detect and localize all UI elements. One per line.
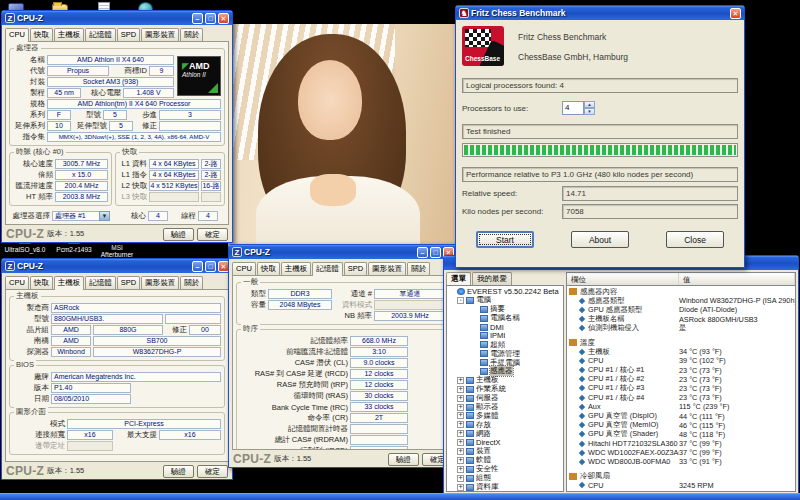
tab-menu[interactable]: 選單 xyxy=(446,272,471,285)
expand-box-icon[interactable]: + xyxy=(457,412,464,419)
sensor-row[interactable]: 主機板 34 °C (93 °F) xyxy=(567,347,795,356)
maximize-button[interactable]: □ xyxy=(205,13,216,24)
tab[interactable]: 關於 xyxy=(180,276,203,289)
minimize-button[interactable]: – xyxy=(192,13,203,24)
tree-item[interactable]: + 存放 xyxy=(448,420,563,429)
cpuz-app-icon: Z xyxy=(5,261,15,271)
tree-item[interactable]: + 多媒體 xyxy=(448,411,563,420)
tab[interactable]: CPU xyxy=(5,28,29,42)
sensor-row[interactable]: 冷卻風扇 xyxy=(567,472,795,481)
tab[interactable]: 快取 xyxy=(257,262,280,275)
validate-button[interactable]: 驗證 xyxy=(163,228,194,241)
close-icon[interactable]: ✕ xyxy=(218,13,229,24)
expand-box-icon[interactable]: - xyxy=(457,297,464,304)
maximize-button[interactable]: □ xyxy=(205,261,216,272)
tree-item[interactable]: 電腦名稱 xyxy=(448,314,563,323)
expand-box-icon[interactable]: + xyxy=(457,457,464,464)
tab[interactable]: 關於 xyxy=(407,262,430,275)
tree-item[interactable]: 感應器 xyxy=(448,367,563,376)
tree-item[interactable]: - 電腦 xyxy=(448,296,563,305)
expand-box-icon[interactable]: + xyxy=(457,386,464,393)
window-footer: CPU-Z 版本：1.55 驗證 確定 xyxy=(2,225,232,243)
validate-button[interactable]: 驗證 xyxy=(163,465,194,478)
tree-item-icon xyxy=(480,306,488,313)
tab[interactable]: SPD xyxy=(344,262,367,275)
tab[interactable]: 主機板 xyxy=(54,28,85,41)
expand-box-icon[interactable]: + xyxy=(457,475,464,482)
tab[interactable]: SPD xyxy=(117,276,140,289)
tree-item[interactable]: EVEREST v5.50.2242 Beta xyxy=(448,287,563,296)
validate-button[interactable]: 驗證 xyxy=(388,453,419,466)
expand-box-icon[interactable]: + xyxy=(457,421,464,428)
close-icon[interactable]: ✕ xyxy=(730,8,741,19)
about-button[interactable]: About xyxy=(571,231,629,248)
tab[interactable]: 快取 xyxy=(30,28,53,41)
title-bar[interactable]: Z CPU-Z – □ ✕ xyxy=(229,245,457,259)
title-bar[interactable]: ♞ Fritz Chess Benchmark ✕ xyxy=(456,6,744,20)
tree-item[interactable]: DMI xyxy=(448,323,563,332)
processor-select[interactable]: 處理器 #1 ▼ xyxy=(52,211,110,221)
sensor-row[interactable]: GPU 真空管 (Shader) 48 °C (118 °F) xyxy=(567,430,795,439)
minimize-button[interactable]: – xyxy=(192,261,203,272)
expand-box-icon[interactable]: + xyxy=(457,466,464,473)
tree-item[interactable]: + 網路 xyxy=(448,429,563,438)
minimize-button[interactable]: – xyxy=(417,247,428,258)
tree-item[interactable]: + 作業系統 xyxy=(448,385,563,394)
tree-item[interactable]: + 軟體 xyxy=(448,456,563,465)
tree-item[interactable]: IPMI xyxy=(448,331,563,340)
progress-fill xyxy=(464,145,736,155)
expand-box-icon[interactable]: + xyxy=(457,395,464,402)
expand-box-icon[interactable]: + xyxy=(457,439,464,446)
tab[interactable]: CPU xyxy=(232,262,256,275)
column-field[interactable]: 欄位 xyxy=(567,273,679,285)
spinner-up-icon[interactable]: ▲ xyxy=(584,101,595,108)
tab[interactable]: 圖形裝置 xyxy=(141,276,179,289)
tab[interactable]: 主機板 xyxy=(54,276,85,290)
tab[interactable]: 關於 xyxy=(180,28,203,41)
wallpaper-photo xyxy=(228,24,464,264)
tab[interactable]: 快取 xyxy=(30,276,53,289)
expand-box-icon[interactable]: + xyxy=(457,377,464,384)
tree-item[interactable]: + 裝置 xyxy=(448,447,563,456)
spinner-down-icon[interactable]: ▼ xyxy=(584,108,595,115)
sensor-row[interactable]: Hitachi HDT721032SLA360 37 °C (99 °F) xyxy=(567,439,795,448)
title-bar[interactable]: Z CPU-Z – □ ✕ xyxy=(2,11,232,25)
sensor-row[interactable]: CPU #1 / 核心 #4 23 °C (73 °F) xyxy=(567,393,795,402)
tab[interactable]: 記憶體 xyxy=(85,28,116,41)
tab[interactable]: 主機板 xyxy=(281,262,312,275)
tree-item[interactable]: + DirectX xyxy=(448,438,563,447)
l1-data-field: 4 x 64 KBytes xyxy=(149,159,199,169)
status-field: Test finished xyxy=(462,124,738,139)
tab-favorites[interactable]: 我的最愛 xyxy=(472,272,512,285)
close-button[interactable]: Close xyxy=(666,231,724,248)
tree-item[interactable]: + 安全性 xyxy=(448,465,563,474)
tree-item[interactable]: + 伺服器 xyxy=(448,394,563,403)
tab[interactable]: SPD xyxy=(117,28,140,41)
tab[interactable]: 記憶體 xyxy=(85,276,116,289)
model-field: 880GMH/USB3. xyxy=(51,314,163,324)
processors-spinner[interactable]: 4 ▲ ▼ xyxy=(562,101,595,115)
ok-button[interactable]: 確定 xyxy=(197,465,228,478)
tab[interactable]: 圖形裝置 xyxy=(368,262,406,275)
start-button[interactable]: Start xyxy=(476,231,534,248)
ok-button[interactable]: 確定 xyxy=(197,228,228,241)
expand-box-icon[interactable]: + xyxy=(457,448,464,455)
expand-box-icon[interactable]: + xyxy=(457,484,464,491)
amd-athlon-ii-badge: ◤AMD Athlon II xyxy=(177,56,221,96)
expand-box-icon[interactable]: + xyxy=(457,430,464,437)
column-value[interactable]: 值 xyxy=(679,273,795,285)
tab[interactable]: 圖形裝置 xyxy=(141,28,179,41)
tree-item[interactable]: + 效能測試 xyxy=(448,491,563,492)
sensor-row[interactable]: CPU 3245 RPM xyxy=(567,481,795,490)
tree-item[interactable]: + 組態 xyxy=(448,474,563,483)
maximize-button[interactable]: □ xyxy=(430,247,441,258)
taskbar-edge[interactable] xyxy=(0,493,800,500)
sensor-row[interactable]: WDC WD800JB-00FMA0 33 °C (91 °F) xyxy=(567,457,795,466)
title-bar[interactable]: Z CPU-Z – □ ✕ xyxy=(2,259,232,273)
sensor-row[interactable]: 偵測到機箱侵入 是 xyxy=(567,324,795,333)
expand-box-icon[interactable]: + xyxy=(457,404,464,411)
tree-item[interactable]: + 顯示器 xyxy=(448,403,563,412)
tab[interactable]: CPU xyxy=(5,276,29,289)
sensor-row[interactable]: WDC WD1002FAEX-00Z3A0 37 °C (99 °F) xyxy=(567,448,795,457)
tab[interactable]: 記憶體 xyxy=(312,262,343,276)
